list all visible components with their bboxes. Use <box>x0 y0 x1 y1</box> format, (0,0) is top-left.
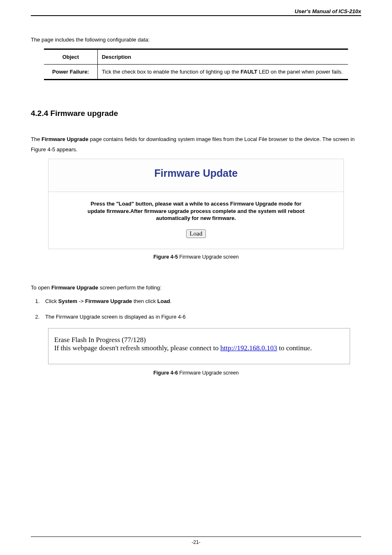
page-footer: -21- <box>31 536 361 545</box>
firmware-update-body: Press the "Load" button, please wait a w… <box>48 192 344 249</box>
open-suffix: screen perform the folling: <box>98 284 161 291</box>
firmware-update-title: Firmware Update <box>48 159 344 192</box>
flash-suffix: to continue. <box>277 344 312 352</box>
manual-title: User's Manual of ICS-210x <box>295 8 361 14</box>
step1-b1: System <box>58 298 77 304</box>
step1-b3: Load <box>157 298 170 304</box>
cell-object: Power Failure: <box>44 65 97 80</box>
caption-rest: Firmware Upgrade screen <box>178 254 239 260</box>
section-heading: 4.2.4 Firmware upgrade <box>31 109 361 118</box>
list-item: Click System -> Firmware Upgrade then cl… <box>41 297 361 305</box>
para-prefix: The <box>31 136 42 142</box>
page: User's Manual of ICS-210x The page inclu… <box>0 0 392 555</box>
flash-prefix: If this webpage doesn't refresh smoothly… <box>54 344 220 352</box>
step1-p3: then click <box>132 298 157 304</box>
caption2-bold: Figure 4-6 <box>153 370 178 376</box>
step1-b2: Firmware Upgrade <box>85 298 132 304</box>
figure-4-5-caption: Figure 4-5 Firmware Upgrade screen <box>31 254 361 260</box>
step1-p4: . <box>170 298 172 304</box>
step1-p1: Click <box>45 298 58 304</box>
table-row: Power Failure: Tick the check box to ena… <box>44 65 348 80</box>
table-header-row: Object Description <box>44 49 348 65</box>
flash-ip-link[interactable]: http://192.168.0.103 <box>220 344 277 352</box>
load-button[interactable]: Load <box>186 229 206 238</box>
col-header-description: Description <box>97 49 348 65</box>
open-prefix: To open <box>31 284 51 291</box>
steps-list: Click System -> Firmware Upgrade then cl… <box>31 297 361 321</box>
config-data-table: Object Description Power Failure: Tick t… <box>44 49 348 80</box>
list-item: The Firmware Upgrade screen is displayed… <box>41 313 361 321</box>
caption-bold: Figure 4-5 <box>153 254 178 260</box>
flash-progress-panel: Erase Flash In Progress (77/128) If this… <box>48 328 350 364</box>
section-paragraph: The Firmware Upgrade page contains field… <box>31 134 361 155</box>
page-number: -21- <box>191 539 200 545</box>
desc-bold: FAULT <box>240 69 257 75</box>
flash-refresh-line: If this webpage doesn't refresh smoothly… <box>54 344 344 352</box>
open-instructions: To open Firmware Upgrade screen perform … <box>31 284 361 291</box>
page-header: User's Manual of ICS-210x <box>31 8 361 16</box>
desc-suffix: LED on the panel when power fails. <box>257 69 343 75</box>
col-header-object: Object <box>44 49 97 65</box>
cell-description: Tick the check box to enable the functio… <box>97 65 348 80</box>
desc-prefix: Tick the check box to enable the functio… <box>102 69 241 75</box>
firmware-update-instructions: Press the "Load" button, please wait a w… <box>85 200 307 222</box>
caption2-rest: Firmware Upgrade screen <box>178 370 239 376</box>
firmware-update-panel: Firmware Update Press the "Load" button,… <box>48 159 344 249</box>
figure-4-6-caption: Figure 4-6 Firmware Upgrade screen <box>31 370 361 376</box>
flash-progress-line: Erase Flash In Progress (77/128) <box>54 336 344 344</box>
step1-p2: -> <box>77 298 85 304</box>
para-bold: Firmware Upgrade <box>42 136 88 142</box>
intro-paragraph: The page includes the following configur… <box>31 37 361 43</box>
open-bold: Firmware Upgrade <box>51 284 98 291</box>
